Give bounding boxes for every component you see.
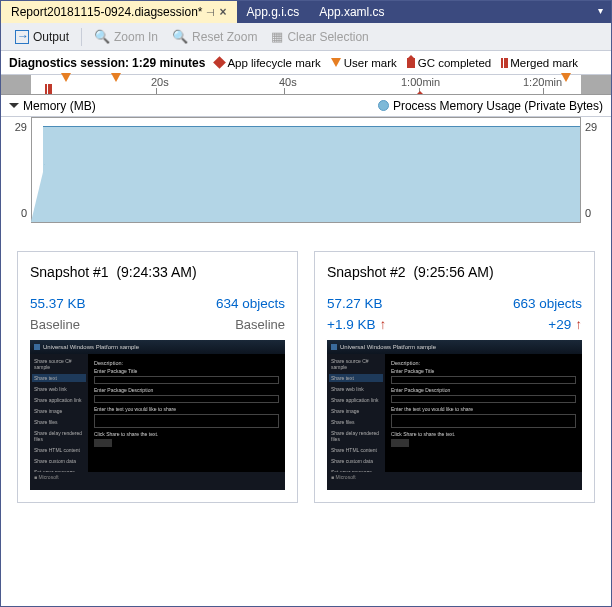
memory-title: Memory (MB)	[23, 99, 96, 113]
session-info-bar: Diagnostics session:1:29 minutes App lif…	[1, 51, 611, 75]
up-arrow-icon: ↑	[575, 317, 582, 332]
area-series	[43, 126, 580, 222]
legend-user-mark: User mark	[331, 57, 397, 69]
session-duration: Diagnostics session:1:29 minutes	[9, 56, 205, 70]
plot-area[interactable]	[31, 117, 581, 223]
close-icon[interactable]: ×	[219, 5, 226, 19]
timeline-ruler[interactable]: 20s 40s 1:00min 1:20min	[1, 75, 611, 95]
toolbar: Output 🔍 Zoom In 🔍 Reset Zoom ▦ Clear Se…	[1, 23, 611, 51]
arrow-right-icon	[15, 30, 29, 44]
y-axis-left: 290	[5, 117, 31, 223]
snapshot-title: Snapshot #1 (9:24:33 AM)	[30, 264, 285, 280]
memory-legend: Process Memory Usage (Private Bytes)	[378, 99, 603, 113]
snapshot-title: Snapshot #2 (9:25:56 AM)	[327, 264, 582, 280]
collapse-icon[interactable]	[9, 103, 19, 108]
snapshot-delta-size: Baseline	[30, 317, 80, 332]
legend-dot-icon	[378, 100, 389, 111]
tick: 1:00min	[401, 76, 440, 88]
output-button[interactable]: Output	[9, 28, 75, 46]
gc-icon	[407, 58, 415, 68]
document-tabs: Report20181115-0924.diagsession* ⊣ × App…	[1, 1, 611, 23]
tab-app-g-i-cs[interactable]: App.g.i.cs	[237, 1, 310, 23]
legend-app-lifecycle: App lifecycle mark	[215, 57, 320, 69]
snapshot-delta-size-link[interactable]: +1.9 KB↑	[327, 317, 386, 332]
tab-label: App.xaml.cs	[319, 5, 384, 19]
clear-icon: ▦	[271, 29, 283, 44]
tick: 1:20min	[523, 76, 562, 88]
snapshot-thumbnail[interactable]: Universal Windows Platform sample Share …	[327, 340, 582, 490]
snapshots-panel: Snapshot #1 (9:24:33 AM) 55.37 KB 634 ob…	[1, 227, 611, 527]
pin-icon[interactable]: ⊣	[206, 7, 215, 18]
up-arrow-icon: ↑	[379, 317, 386, 332]
legend-gc: GC completed	[407, 57, 492, 69]
legend-merged: Merged mark	[501, 57, 578, 69]
tabs-dropdown-icon[interactable]: ▾	[592, 3, 609, 18]
tick: 20s	[151, 76, 169, 88]
clear-selection-button[interactable]: ▦ Clear Selection	[265, 27, 374, 46]
snapshot-size-link[interactable]: 55.37 KB	[30, 296, 86, 311]
snapshot-delta-obj: Baseline	[235, 317, 285, 332]
merged-icon	[501, 58, 507, 68]
snapshot-card-2: Snapshot #2 (9:25:56 AM) 57.27 KB 663 ob…	[314, 251, 595, 503]
zoom-in-button[interactable]: 🔍 Zoom In	[88, 27, 164, 46]
snapshot-delta-obj-link[interactable]: +29↑	[548, 317, 582, 332]
snapshot-objects-link[interactable]: 634 objects	[216, 296, 285, 311]
tab-report[interactable]: Report20181115-0924.diagsession* ⊣ ×	[1, 1, 237, 23]
tab-label: App.g.i.cs	[247, 5, 300, 19]
snapshot-objects-link[interactable]: 663 objects	[513, 296, 582, 311]
snapshot-card-1: Snapshot #1 (9:24:33 AM) 55.37 KB 634 ob…	[17, 251, 298, 503]
tick: 40s	[279, 76, 297, 88]
reset-zoom-button[interactable]: 🔍 Reset Zoom	[166, 27, 263, 46]
zoom-in-icon: 🔍	[94, 29, 110, 44]
y-axis-right: 290	[581, 117, 607, 223]
triangle-icon	[331, 58, 341, 67]
memory-chart[interactable]: 290 290	[1, 117, 611, 227]
memory-header: Memory (MB) Process Memory Usage (Privat…	[1, 95, 611, 117]
snapshot-size-link[interactable]: 57.27 KB	[327, 296, 383, 311]
tab-label: Report20181115-0924.diagsession*	[11, 5, 202, 19]
tab-app-xaml-cs[interactable]: App.xaml.cs	[309, 1, 394, 23]
zoom-reset-icon: 🔍	[172, 29, 188, 44]
snapshot-thumbnail[interactable]: Universal Windows Platform sample Share …	[30, 340, 285, 490]
diamond-icon	[214, 56, 227, 69]
separator	[81, 28, 82, 46]
